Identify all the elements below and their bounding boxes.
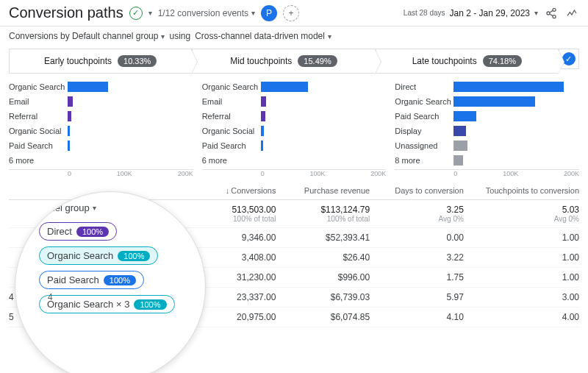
x-axis: 0100K200K <box>395 169 579 177</box>
bar <box>453 155 463 166</box>
events-selector-label: 1/12 conversion events <box>158 8 248 18</box>
tab-mid[interactable]: Mid touchpoints 15.49% <box>192 49 375 74</box>
pct-badge: 10.33% <box>118 55 157 67</box>
chevron-down-icon: ▾ <box>93 204 96 212</box>
bar-row: Paid Search <box>202 138 387 153</box>
bar-row: Email <box>9 94 193 109</box>
col-conversions[interactable]: ↓Conversions <box>196 186 276 195</box>
pct-badge: 74.18% <box>483 55 522 67</box>
bar-label: Paid Search <box>395 112 453 121</box>
pct-pill: 100% <box>118 251 150 261</box>
col-days[interactable]: Days to conversion <box>370 186 464 195</box>
magnifier-overlay: annel group ▾ Direct 100% Organic Search… <box>15 191 206 373</box>
bar-row: 6 more <box>202 153 387 168</box>
insights-icon[interactable] <box>564 6 579 21</box>
col-touchpoints[interactable]: Touchpoints to conversion <box>464 186 579 195</box>
bar-label: Unassigned <box>395 141 453 150</box>
bar-label: Organic Search <box>202 82 261 91</box>
page-title: Conversion paths <box>9 4 123 21</box>
bar-row: Organic Social <box>202 124 387 138</box>
share-icon[interactable] <box>544 6 559 21</box>
bar <box>453 111 476 121</box>
sub-bar: Conversions by Default channel group ▾ u… <box>0 26 588 46</box>
model-selector[interactable]: Cross-channel data-driven model ▾ <box>195 31 331 41</box>
bar-label: 6 more <box>9 156 68 165</box>
tab-late[interactable]: Late touchpoints 74.18% <box>376 49 559 74</box>
bar-row: Referral <box>202 109 387 124</box>
charts-row: Organic SearchEmailReferralOrganic Socia… <box>0 74 588 177</box>
bar-label: Email <box>9 97 68 106</box>
pct-pill: 100% <box>76 227 109 237</box>
bar-label: Referral <box>202 112 261 121</box>
bar-chart: Organic SearchEmailReferralOrganic Socia… <box>202 79 387 177</box>
chevron-down-icon: ▾ <box>161 32 165 40</box>
bar-row: Organic Search <box>9 79 193 94</box>
bar-row: Unassigned <box>395 138 579 153</box>
chevron-down-icon: ▾ <box>534 9 538 17</box>
chevron-down-icon[interactable]: ▾ <box>148 9 152 17</box>
bar <box>261 111 265 121</box>
bar-label: Email <box>202 97 261 106</box>
pct-badge: 15.49% <box>298 55 337 67</box>
bar-row: Organic Social <box>9 124 193 138</box>
period-label: Last 28 days <box>404 9 445 17</box>
date-range-picker[interactable]: Last 28 days Jan 2 - Jan 29, 2023 ▾ <box>404 8 538 18</box>
pct-pill: 100% <box>134 299 166 310</box>
tab-early[interactable]: Early touchpoints 10.33% <box>9 49 192 74</box>
model-prefix: using <box>169 31 190 41</box>
path-chip-organic[interactable]: Organic Search 100% <box>39 246 158 265</box>
top-bar: Conversion paths ✓ ▾ 1/12 conversion eve… <box>0 0 588 26</box>
chevron-down-icon: ▾ <box>328 32 331 40</box>
bar <box>68 96 73 107</box>
bar-label: Direct <box>395 82 453 91</box>
x-axis: 0100K200K <box>202 169 387 177</box>
col-revenue[interactable]: Purchase revenue <box>276 186 370 195</box>
bar-row: Paid Search <box>9 138 193 153</box>
bar-row: 8 more <box>395 153 579 168</box>
bar-row: Display <box>395 124 579 138</box>
path-chip-organic-x3[interactable]: Organic Search × 3 100% <box>39 295 175 313</box>
bar <box>261 82 308 92</box>
bar-row: 6 more <box>9 153 193 168</box>
row-index: 4 <box>48 292 53 302</box>
bar-chart: Organic SearchEmailReferralOrganic Socia… <box>9 79 193 177</box>
add-segment-button[interactable]: + <box>283 5 299 21</box>
bar <box>68 141 70 151</box>
svg-point-0 <box>553 8 556 11</box>
bar-label: Organic Search <box>9 82 68 91</box>
bar-chart: DirectOrganic SearchPaid SearchDisplayUn… <box>395 79 579 177</box>
x-axis: 0100K200K <box>9 169 193 177</box>
bar <box>453 82 563 92</box>
bar-label: Organic Social <box>9 127 68 135</box>
bar-label: 8 more <box>395 156 453 165</box>
bar-row: Organic Search <box>395 94 579 109</box>
svg-point-1 <box>547 12 550 15</box>
bar <box>261 96 267 107</box>
bar <box>68 126 70 136</box>
status-check-icon[interactable]: ✓ <box>129 7 143 20</box>
bar-label: Paid Search <box>202 141 261 150</box>
svg-point-2 <box>553 15 556 18</box>
bar-label: Display <box>395 127 453 135</box>
bar-label: Referral <box>9 112 68 121</box>
bar-label: Organic Social <box>202 127 261 135</box>
bar-row: Paid Search <box>395 109 579 124</box>
bar-row: Organic Search <box>202 79 387 94</box>
bar <box>68 111 71 121</box>
pct-pill: 100% <box>104 275 136 285</box>
events-selector[interactable]: 1/12 conversion events ▾ <box>158 8 255 18</box>
segment-chip[interactable]: P <box>261 5 277 21</box>
path-chip-direct[interactable]: Direct 100% <box>39 222 117 241</box>
bar-label: 6 more <box>202 156 261 165</box>
bar-row: Direct <box>395 79 579 94</box>
bar-label: Organic Search <box>395 97 453 106</box>
bar-row: Email <box>202 94 387 109</box>
bar <box>453 96 535 107</box>
bar <box>261 141 263 151</box>
dimension-selector[interactable]: Conversions by Default channel group ▾ <box>9 31 165 41</box>
date-range-text: Jan 2 - Jan 29, 2023 <box>450 8 530 18</box>
bar <box>453 126 466 136</box>
bar-label: Paid Search <box>9 141 68 150</box>
path-chip-paid[interactable]: Paid Search 100% <box>39 271 144 289</box>
touchpoint-tabs: Early touchpoints 10.33% Mid touchpoints… <box>9 49 579 74</box>
